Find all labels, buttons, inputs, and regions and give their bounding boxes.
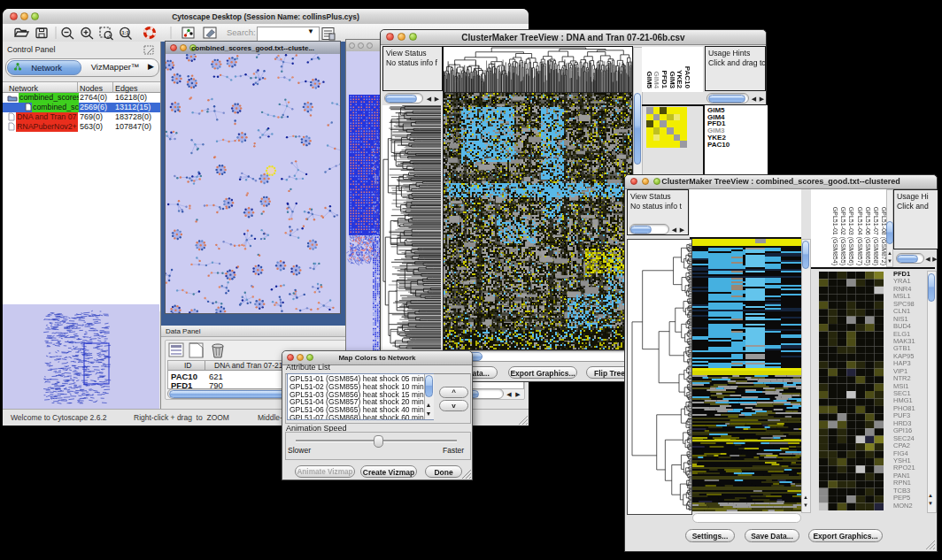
svg-text:Search:: Search:: [227, 27, 256, 37]
svg-text:1:1: 1:1: [122, 30, 129, 35]
